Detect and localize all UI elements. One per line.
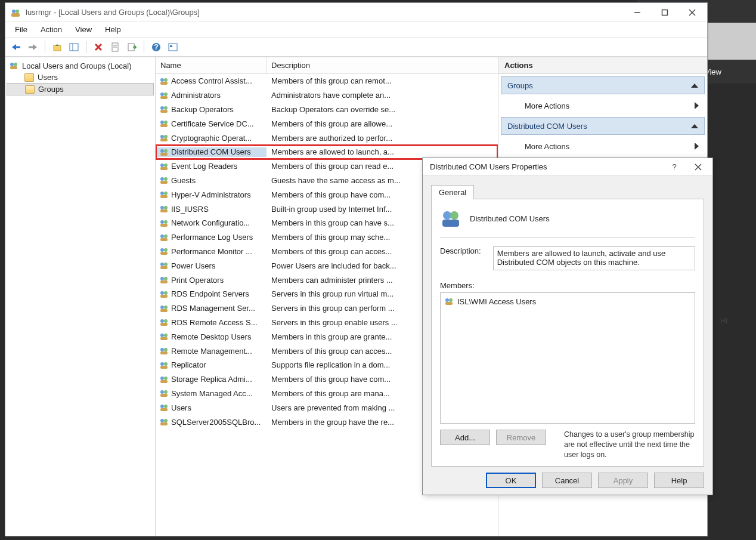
menu-action[interactable]: Action	[35, 24, 68, 35]
tree-item-users[interactable]: Users	[7, 72, 154, 83]
group-row-icon	[159, 289, 169, 299]
svg-rect-36	[160, 124, 168, 127]
menu-view[interactable]: View	[69, 24, 98, 35]
svg-point-38	[164, 135, 168, 138]
group-row-icon	[159, 388, 169, 398]
cancel-button[interactable]: Cancel	[542, 473, 592, 488]
delete-icon[interactable]	[91, 40, 106, 54]
svg-point-74	[164, 306, 168, 309]
list-row[interactable]: Access Control Assist...Members of this …	[156, 74, 498, 88]
row-name: Performance Log Users	[171, 233, 253, 242]
svg-rect-63	[160, 252, 168, 255]
svg-point-56	[164, 220, 168, 224]
row-name: Remote Desktop Users	[171, 332, 251, 341]
svg-rect-99	[160, 422, 168, 425]
svg-point-1	[16, 10, 19, 13]
refresh-icon[interactable]	[166, 40, 180, 54]
apply-button[interactable]: Apply	[598, 473, 648, 488]
svg-rect-69	[160, 280, 168, 283]
group-row-icon	[159, 275, 169, 285]
close-icon[interactable]	[678, 4, 706, 21]
svg-point-79	[160, 334, 164, 337]
background-text: Hi	[720, 316, 756, 334]
column-description[interactable]: Description	[267, 61, 498, 70]
svg-rect-51	[160, 195, 168, 198]
list-row[interactable]: Certificate Service DC...Members of this…	[156, 116, 498, 131]
member-item[interactable]: ISL\WMI Access Users	[443, 295, 692, 307]
svg-point-73	[160, 306, 164, 309]
menu-help[interactable]: Help	[99, 24, 127, 35]
dialog-close-icon[interactable]	[686, 159, 710, 175]
tab-page: Distributed COM Users Description: Membe…	[431, 199, 704, 467]
svg-point-102	[443, 211, 451, 220]
group-row-icon	[159, 162, 169, 171]
row-name: RDS Remote Access S...	[171, 318, 258, 327]
up-folder-icon[interactable]	[50, 40, 64, 54]
svg-point-32	[164, 106, 168, 110]
svg-rect-54	[160, 209, 168, 212]
row-name: Administrators	[171, 91, 221, 100]
description-label: Description:	[440, 246, 481, 255]
svg-rect-42	[160, 153, 168, 156]
row-name: Backup Operators	[171, 105, 234, 114]
tab-general[interactable]: General	[431, 185, 474, 199]
back-icon[interactable]	[9, 40, 23, 54]
column-name[interactable]: Name	[156, 57, 267, 73]
forward-icon[interactable]	[26, 40, 40, 54]
actions-more-selected[interactable]: More Actions	[501, 137, 705, 155]
remove-button[interactable]: Remove	[496, 430, 546, 445]
svg-point-61	[160, 248, 164, 252]
svg-point-68	[164, 277, 168, 280]
row-description: Members of this group are allowe...	[267, 119, 498, 128]
help-icon[interactable]: ?	[149, 40, 163, 54]
svg-rect-45	[160, 167, 168, 170]
svg-point-22	[10, 63, 14, 66]
row-name: Network Configuratio...	[171, 218, 250, 227]
actions-section-selected[interactable]: Distributed COM Users	[501, 117, 705, 135]
members-list[interactable]: ISL\WMI Access Users	[440, 292, 695, 424]
svg-rect-84	[160, 351, 168, 354]
row-name: Remote Management...	[171, 347, 252, 356]
dialog-help-icon[interactable]: ?	[662, 159, 686, 175]
row-name: Distributed COM Users	[171, 147, 251, 156]
group-icon	[440, 208, 461, 229]
row-name: Users	[171, 403, 191, 412]
svg-point-53	[164, 206, 168, 209]
row-name: Storage Replica Admi...	[171, 375, 252, 384]
add-button[interactable]: Add...	[440, 430, 490, 445]
svg-point-31	[160, 106, 164, 110]
title-bar: lusrmgr - [Local Users and Groups (Local…	[5, 3, 707, 22]
members-note: Changes to a user's group membership are…	[564, 430, 695, 460]
actions-more-groups[interactable]: More Actions	[501, 97, 705, 115]
group-row-icon	[159, 304, 169, 313]
svg-point-94	[160, 405, 164, 408]
actions-section-groups[interactable]: Groups	[501, 76, 705, 94]
svg-point-26	[164, 78, 168, 82]
tree-root-item[interactable]: Local Users and Groups (Local)	[7, 60, 154, 72]
properties-icon[interactable]	[108, 40, 122, 54]
list-row[interactable]: Backup OperatorsBackup Operators can ove…	[156, 103, 498, 117]
maximize-icon[interactable]	[651, 4, 678, 21]
group-row-icon	[159, 403, 169, 412]
tree-item-groups[interactable]: Groups	[7, 83, 154, 95]
row-description: Members of this group can remot...	[267, 76, 498, 85]
group-row-icon	[159, 261, 169, 270]
row-name: RDS Management Ser...	[171, 304, 255, 313]
row-name: Performance Monitor ...	[171, 247, 252, 256]
show-tree-icon[interactable]	[67, 40, 81, 54]
row-name: Certificate Service DC...	[171, 119, 254, 128]
export-icon[interactable]	[125, 40, 139, 54]
dialog-title-bar: Distributed COM Users Properties ?	[423, 158, 712, 176]
description-input[interactable]: Members are allowed to launch, activate …	[493, 246, 695, 270]
help-button[interactable]: Help	[654, 473, 704, 488]
list-row[interactable]: AdministratorsAdministrators have comple…	[156, 88, 498, 103]
group-row-icon	[159, 317, 169, 327]
ok-button[interactable]: OK	[486, 473, 536, 488]
svg-point-76	[160, 319, 164, 323]
menu-file[interactable]: File	[9, 24, 33, 35]
group-mgmt-icon	[9, 61, 18, 70]
group-row-icon	[159, 133, 169, 143]
list-row[interactable]: Cryptographic Operat...Members are autho…	[156, 131, 498, 145]
svg-rect-48	[160, 181, 168, 184]
minimize-icon[interactable]	[624, 4, 651, 21]
